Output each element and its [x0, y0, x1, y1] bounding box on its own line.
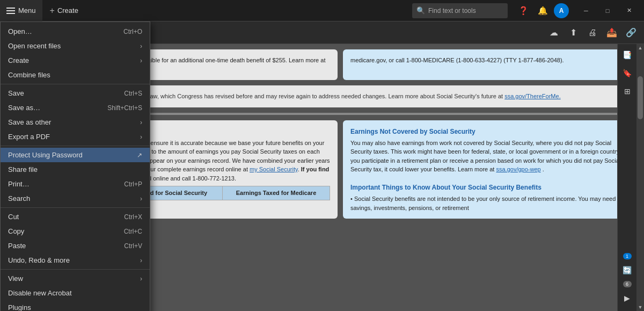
menu-paste-label: Paste: [8, 242, 124, 250]
menu-item-exportpdf[interactable]: Export a PDF ›: [1, 129, 150, 144]
menu-item-saveas[interactable]: Save as… Shift+Ctrl+S: [1, 100, 150, 115]
menu-search-label: Search: [8, 194, 140, 202]
menu-item-search[interactable]: Search ›: [1, 191, 150, 206]
menu-open-shortcut: Ctrl+O: [123, 28, 142, 35]
menu-item-saveasother[interactable]: Save as other ›: [1, 115, 150, 129]
menu-item-sharefile[interactable]: Share file: [1, 162, 150, 177]
menu-item-combine[interactable]: Combine files: [1, 68, 150, 82]
menu-undoredo-label: Undo, Redo & more: [8, 256, 140, 264]
menu-item-save[interactable]: Save Ctrl+S: [1, 86, 150, 100]
menu-dropdown: Open… Ctrl+O Open recent files › Create …: [0, 21, 150, 311]
menu-saveasother-arrow: ›: [140, 119, 142, 126]
menu-cut-label: Cut: [8, 213, 124, 221]
menu-copy-shortcut: Ctrl+C: [124, 228, 142, 235]
menu-exportpdf-label: Export a PDF: [8, 133, 140, 141]
menu-openrecent-arrow: ›: [140, 42, 142, 50]
menu-combine-label: Combine files: [8, 71, 142, 79]
menu-item-openrecent[interactable]: Open recent files ›: [1, 39, 150, 53]
menu-print-label: Print…: [8, 180, 124, 188]
menu-sharefile-label: Share file: [8, 165, 142, 173]
menu-search-arrow: ›: [140, 195, 142, 202]
menu-item-create[interactable]: Create ›: [1, 53, 150, 68]
menu-open-label: Open…: [8, 27, 123, 35]
menu-item-open[interactable]: Open… Ctrl+O: [1, 24, 150, 39]
menu-saveasother-label: Save as other: [8, 118, 140, 126]
menu-item-print[interactable]: Print… Ctrl+P: [1, 177, 150, 191]
menu-saveas-label: Save as…: [8, 104, 107, 112]
menu-cut-shortcut: Ctrl+X: [124, 213, 142, 221]
menu-view-arrow: ›: [140, 275, 142, 283]
menu-view-label: View: [8, 274, 140, 283]
menu-divider-2: [1, 146, 150, 146]
menu-openrecent-label: Open recent files: [8, 42, 140, 50]
menu-create-label: Create: [8, 56, 140, 64]
menu-plugins-label: Plugins: [8, 303, 142, 311]
menu-undoredo-arrow: ›: [140, 257, 142, 264]
menu-divider-4: [1, 269, 150, 270]
menu-create-arrow: ›: [140, 57, 142, 64]
menu-disablenew-label: Disable new Acrobat: [8, 289, 142, 297]
menu-item-plugins[interactable]: Plugins: [1, 300, 150, 311]
menu-item-view[interactable]: View ›: [1, 271, 150, 286]
menu-item-copy[interactable]: Copy Ctrl+C: [1, 224, 150, 238]
menu-item-undoredo[interactable]: Undo, Redo & more ›: [1, 253, 150, 267]
menu-print-shortcut: Ctrl+P: [124, 180, 142, 188]
menu-saveas-shortcut: Shift+Ctrl+S: [107, 104, 142, 112]
menu-exportpdf-arrow: ›: [140, 133, 142, 141]
menu-item-paste[interactable]: Paste Ctrl+V: [1, 238, 150, 253]
menu-protect-label: Protect Using Password: [8, 151, 137, 159]
menu-save-shortcut: Ctrl+S: [124, 90, 142, 97]
menu-save-label: Save: [8, 89, 124, 97]
menu-divider-1: [1, 84, 150, 84]
menu-item-protect[interactable]: Protect Using Password ↗: [1, 148, 150, 162]
menu-item-disablenew[interactable]: Disable new Acrobat: [1, 286, 150, 300]
menu-paste-shortcut: Ctrl+V: [124, 242, 142, 250]
menu-overlay: Open… Ctrl+O Open recent files › Create …: [0, 0, 644, 311]
menu-copy-label: Copy: [8, 227, 124, 235]
menu-divider-3: [1, 207, 150, 208]
menu-item-cut[interactable]: Cut Ctrl+X: [1, 209, 150, 224]
cursor-indicator: ↗: [137, 151, 142, 159]
